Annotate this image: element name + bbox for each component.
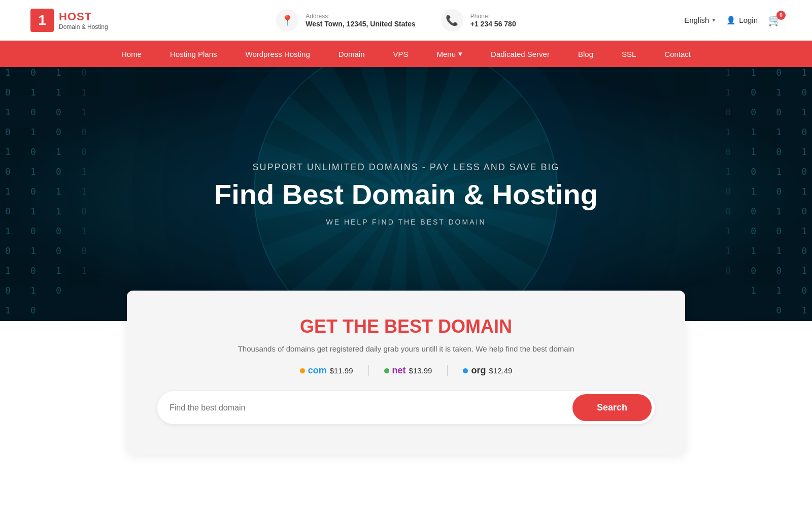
location-icon: 📍 (276, 9, 298, 31)
nav-label-home: Home (121, 50, 142, 58)
logo-sub-label: Domain & Hosting (59, 23, 108, 30)
nav-label-blog: Blog (578, 50, 593, 58)
nav-item-wordpress-hosting[interactable]: Wordpress Hosting (231, 41, 324, 67)
org-tld: org (471, 365, 486, 376)
nav-item-contact[interactable]: Contact (650, 41, 705, 67)
phone-icon: 📞 (441, 9, 463, 31)
cart-badge: 0 (776, 11, 786, 20)
nav-item-domain[interactable]: Domain (324, 41, 379, 67)
nav-item-ssl[interactable]: SSL (607, 41, 650, 67)
chevron-down-icon: ▼ (711, 17, 716, 23)
main-nav: Home Hosting Plans Wordpress Hosting Dom… (0, 41, 812, 67)
user-icon: 👤 (726, 16, 736, 25)
hero-section: 1010101010101 0101010101010 110010110010… (0, 67, 812, 321)
domain-search-button[interactable]: Search (572, 394, 652, 421)
domain-search-card: GET THE BEST DOMAIN Thousands of domains… (127, 291, 685, 455)
nav-label-menu: Menu (437, 50, 456, 58)
nav-label-dedicated-server: Dadicated Server (491, 50, 550, 58)
nav-label-wordpress-hosting: Wordpress Hosting (246, 50, 310, 58)
com-tld: com (308, 365, 327, 376)
phone-info: Phone: +1 234 56 780 (470, 13, 516, 28)
org-price: $12.49 (489, 366, 512, 375)
menu-dropdown-icon: ▾ (458, 49, 462, 58)
language-label: English (684, 16, 709, 24)
org-dot (463, 368, 468, 373)
logo-text: HOST Domain & Hosting (59, 10, 108, 30)
nav-item-blog[interactable]: Blog (564, 41, 607, 67)
domain-search-bar: Search (157, 391, 655, 424)
hero-tagline: WE HELP FIND THE BEST DOMAIN (214, 218, 598, 226)
com-price: $11.99 (330, 366, 353, 375)
address-info: Address: West Town, 12345, United States (306, 13, 416, 28)
nav-item-dedicated-server[interactable]: Dadicated Server (477, 41, 564, 67)
header-right: English ▼ 👤 Login 🛒 0 (684, 14, 782, 27)
nav-item-hosting-plans[interactable]: Hosting Plans (156, 41, 231, 67)
title-highlight: BEST DOMAIN (384, 316, 512, 337)
hero-content: SUPPORT UNLIMITED DOMAINS - PAY LESS AND… (204, 152, 608, 237)
language-selector[interactable]: English ▼ (684, 16, 716, 24)
address-label: Address: (306, 13, 416, 20)
domain-card-description: Thousands of domains get registered dail… (157, 344, 655, 353)
nav-label-ssl: SSL (622, 50, 636, 58)
hero-subtitle: SUPPORT UNLIMITED DOMAINS - PAY LESS AND… (214, 162, 598, 173)
phone-item: 📞 Phone: +1 234 56 780 (441, 9, 516, 31)
address-value: West Town, 12345, United States (306, 20, 416, 28)
login-button[interactable]: 👤 Login (726, 16, 758, 25)
contact-area: 📍 Address: West Town, 12345, United Stat… (108, 9, 684, 31)
nav-item-vps[interactable]: VPS (379, 41, 423, 67)
domain-pricing: com $11.99 net $13.99 org $12.49 (157, 365, 655, 376)
nav-label-hosting-plans: Hosting Plans (170, 50, 217, 58)
nav-label-contact: Contact (664, 50, 691, 58)
domain-card-title: GET THE BEST DOMAIN (157, 316, 655, 337)
title-plain: GET THE (300, 316, 384, 337)
header: 1 HOST Domain & Hosting 📍 Address: West … (0, 0, 812, 41)
domain-search-input[interactable] (170, 403, 572, 412)
login-label: Login (739, 16, 758, 24)
nav-label-domain: Domain (339, 50, 365, 58)
net-dot (384, 368, 389, 373)
pricing-net: net $13.99 (368, 365, 448, 376)
hero-title: Find Best Domain & Hosting (214, 179, 598, 210)
net-price: $13.99 (409, 366, 432, 375)
phone-label: Phone: (470, 13, 516, 20)
cart-button[interactable]: 🛒 0 (768, 14, 782, 27)
logo-icon: 1 (30, 9, 54, 32)
nav-item-menu[interactable]: Menu ▾ (423, 41, 477, 67)
nav-label-vps: VPS (393, 50, 409, 58)
pricing-org: org $12.49 (447, 365, 527, 376)
net-tld: net (392, 365, 406, 376)
logo-host-label: HOST (59, 10, 108, 23)
logo-area: 1 HOST Domain & Hosting (30, 9, 108, 32)
address-item: 📍 Address: West Town, 12345, United Stat… (276, 9, 416, 31)
pricing-com: com $11.99 (285, 365, 368, 376)
nav-item-home[interactable]: Home (107, 41, 156, 67)
phone-value: +1 234 56 780 (470, 20, 516, 28)
com-dot (300, 368, 305, 373)
